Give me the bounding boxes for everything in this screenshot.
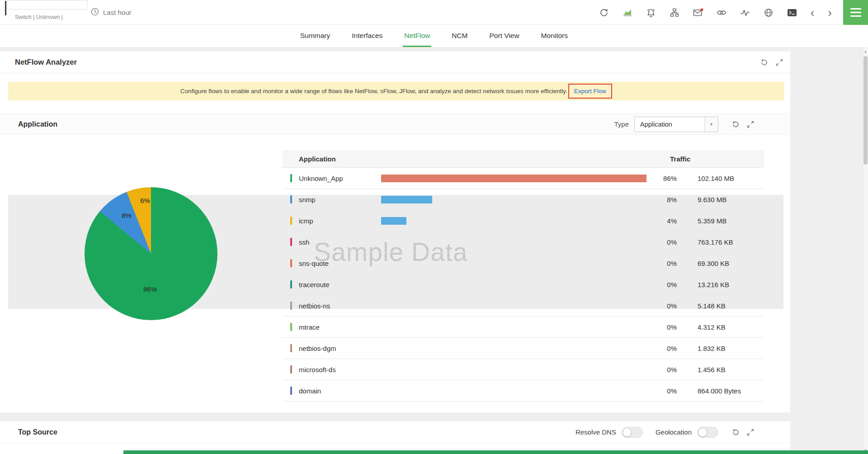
- type-label: Type: [614, 120, 629, 128]
- refresh-icon[interactable]: [731, 428, 740, 437]
- geolocation-toggle[interactable]: [697, 427, 718, 438]
- app-name: microsoft-ds: [299, 366, 381, 374]
- tab-interfaces[interactable]: Interfaces: [350, 25, 384, 47]
- prev-icon[interactable]: ‹: [810, 7, 816, 19]
- toggle-knob: [623, 428, 632, 437]
- app-name: icmp: [299, 217, 381, 225]
- traffic-value: 763.176 KB: [698, 238, 733, 246]
- table-row[interactable]: domain0%864.000 Bytes: [283, 380, 764, 402]
- traffic-value: 1.832 KB: [698, 345, 726, 352]
- topology-icon[interactable]: [669, 7, 680, 19]
- tab-ncm[interactable]: NCM: [450, 25, 469, 47]
- app-color-tick: [290, 238, 292, 246]
- traffic-bar-track: [381, 366, 652, 374]
- expand-icon[interactable]: [746, 428, 755, 437]
- application-table-rows: Unknown_App86%102.140 MBsnmp8%9.630 MBic…: [283, 168, 764, 402]
- application-table: Application Traffic Unknown_App86%102.14…: [283, 150, 764, 402]
- time-range-label: Last hour: [103, 9, 132, 16]
- export-flow-link[interactable]: Export Flow: [574, 88, 606, 95]
- traffic-percent: 86%: [652, 175, 677, 182]
- traffic-percent: 0%: [652, 281, 677, 288]
- area-chart-icon[interactable]: [622, 7, 633, 19]
- traffic-value: 102.140 MB: [698, 175, 734, 182]
- app-color-tick: [290, 344, 292, 352]
- traffic-percent: 0%: [652, 345, 677, 352]
- link-icon[interactable]: [716, 7, 727, 19]
- table-row[interactable]: netbios-dgm0%1.832 KB: [283, 338, 764, 359]
- table-row[interactable]: netbios-ns0%5.148 KB: [283, 295, 764, 317]
- traffic-percent: 0%: [652, 260, 677, 267]
- pie-label: 6%: [140, 197, 150, 204]
- expand-icon[interactable]: [746, 120, 755, 129]
- table-row[interactable]: sns-quote0%69.300 KB: [283, 253, 764, 274]
- toggle-knob: [698, 428, 707, 437]
- device-selector[interactable]: [7, 0, 87, 9]
- app-name: domain: [299, 387, 381, 395]
- table-row[interactable]: icmp4%5.359 MB: [283, 210, 764, 232]
- tab-port-view[interactable]: Port View: [488, 25, 521, 47]
- traffic-value: 5.148 KB: [698, 302, 726, 310]
- traffic-bar-track: [381, 238, 652, 246]
- top-source-title: Top Source: [18, 428, 57, 436]
- alarm-icon[interactable]: [645, 7, 657, 19]
- tab-summary[interactable]: Summary: [299, 25, 331, 47]
- geolocation-label: Geolocation: [656, 428, 692, 436]
- vertical-scrollbar[interactable]: ▲ ▼: [863, 47, 868, 454]
- scrollbar-thumb[interactable]: [863, 56, 868, 165]
- table-row[interactable]: ssh0%763.176 KB: [283, 232, 764, 253]
- app-color-tick: [290, 174, 292, 182]
- traffic-percent: 4%: [652, 217, 677, 225]
- app-name: mtrace: [299, 323, 381, 331]
- time-range-selector[interactable]: Last hour: [90, 0, 132, 25]
- topbar: Switch | Unknown | Last hour: [0, 0, 868, 25]
- left-accent-bar: [5, 1, 6, 15]
- traffic-percent: 0%: [652, 387, 677, 395]
- netflow-analyzer-panel: NetFlow Analyzer Configure flows to enab…: [0, 52, 790, 412]
- app-color-tick: [290, 280, 292, 288]
- application-pie[interactable]: [85, 187, 217, 320]
- traffic-percent: 8%: [652, 196, 677, 203]
- traffic-value: 9.630 MB: [698, 196, 726, 203]
- traffic-graph-icon[interactable]: [739, 7, 751, 19]
- bottom-accent-bar: [123, 450, 868, 454]
- app-name: netbios-ns: [299, 302, 381, 310]
- device-tabbar: Summary Interfaces NetFlow NCM Port View…: [0, 25, 868, 47]
- resolve-dns-label: Resolve DNS: [576, 428, 616, 436]
- resolve-dns-toggle[interactable]: [622, 427, 643, 438]
- type-dropdown[interactable]: Application ▾: [634, 117, 718, 132]
- terminal-icon[interactable]: [786, 7, 798, 19]
- traffic-percent: 0%: [652, 302, 677, 310]
- mail-icon[interactable]: [692, 7, 704, 19]
- table-row[interactable]: Unknown_App86%102.140 MB: [283, 168, 764, 189]
- traffic-bar-track: [381, 281, 652, 288]
- refresh-icon[interactable]: [731, 120, 740, 129]
- traffic-bar-track: [381, 260, 652, 267]
- table-row[interactable]: mtrace0%4.312 KB: [283, 317, 764, 338]
- tab-netflow[interactable]: NetFlow: [403, 25, 431, 47]
- chevron-down-icon: ▾: [704, 117, 718, 132]
- topbar-icon-row: ‹ ›: [598, 0, 833, 25]
- application-widget-body: 6% 8% 86% Sample Data Application Traffi…: [0, 135, 790, 412]
- table-row[interactable]: snmp8%9.630 MB: [283, 189, 764, 210]
- traffic-bar: [381, 175, 646, 182]
- app-color-tick: [290, 387, 292, 395]
- traffic-bar-track: [381, 387, 652, 395]
- app-name: Unknown_App: [299, 175, 381, 182]
- refresh-icon[interactable]: [760, 58, 769, 67]
- table-row[interactable]: microsoft-ds0%1.456 KB: [283, 359, 764, 380]
- expand-icon[interactable]: [775, 58, 784, 67]
- next-icon[interactable]: ›: [827, 7, 833, 19]
- sync-icon[interactable]: [598, 7, 610, 19]
- tab-monitors[interactable]: Monitors: [540, 25, 569, 47]
- mail-badge: [700, 8, 703, 11]
- globe-icon[interactable]: [763, 7, 774, 19]
- traffic-bar: [381, 217, 406, 225]
- column-header-traffic: Traffic: [670, 155, 690, 163]
- table-row[interactable]: traceroute0%13.216 KB: [283, 274, 764, 295]
- traffic-bar-track: [381, 302, 652, 310]
- menu-button[interactable]: [843, 0, 868, 25]
- traffic-value: 13.216 KB: [698, 281, 729, 288]
- app-name: sns-quote: [299, 260, 381, 267]
- scroll-up-arrow[interactable]: ▲: [863, 48, 868, 54]
- type-dropdown-value: Application: [635, 121, 704, 128]
